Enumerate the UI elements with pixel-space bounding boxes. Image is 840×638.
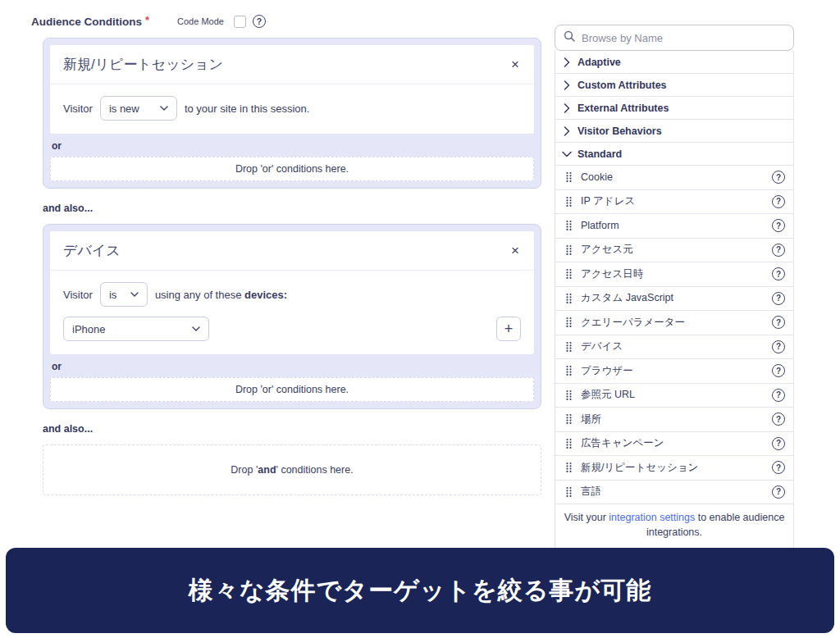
add-device-button[interactable]: + xyxy=(496,317,521,341)
device-select-value: iPhone xyxy=(72,323,105,335)
sidebar-search xyxy=(555,25,794,51)
is-select[interactable]: is xyxy=(100,282,148,307)
sidebar-section[interactable]: Custom Attributes xyxy=(555,74,793,97)
page-header: Audience Conditions * Code Mode ? xyxy=(31,13,541,30)
close-icon[interactable]: × xyxy=(509,244,521,257)
condition-card-content: デバイス × Visitor is using any of these dev… xyxy=(50,231,534,354)
help-icon[interactable]: ? xyxy=(772,340,785,353)
or-dropzone[interactable]: Drop 'or' conditions here. xyxy=(50,157,534,181)
or-dropzone-text: Drop 'or' conditions here. xyxy=(235,384,349,395)
code-mode-help-icon[interactable]: ? xyxy=(253,15,266,28)
sidebar-section[interactable]: Standard xyxy=(555,143,793,166)
help-icon[interactable]: ? xyxy=(772,292,785,305)
condition-sentence-suffix: using any of these devices: xyxy=(155,289,287,301)
condition-card-header: 新規/リピートセッション × xyxy=(50,45,534,84)
sidebar-condition-label: Cookie xyxy=(581,171,613,183)
help-icon[interactable]: ? xyxy=(772,437,785,450)
help-icon[interactable]: ? xyxy=(772,389,785,402)
sidebar-panel: Adaptive Custom Attributes External Attr… xyxy=(555,51,794,550)
chevron-right-icon xyxy=(564,149,570,159)
drag-handle-icon xyxy=(565,220,573,231)
sidebar-footer: Visit your integration settings to enabl… xyxy=(555,504,793,550)
caption-banner: 様々な条件でターゲットを絞る事が可能 xyxy=(6,548,834,633)
drag-handle-icon xyxy=(565,293,573,304)
sidebar-section-label: Visitor Behaviors xyxy=(578,125,662,137)
or-dropzone-text: Drop 'or' conditions here. xyxy=(235,163,349,175)
condition-card-content: 新規/リピートセッション × Visitor is new to your si… xyxy=(50,45,534,134)
sidebar-condition-item[interactable]: IP アドレス ? xyxy=(555,190,793,215)
sidebar-condition-label: アクセス元 xyxy=(581,243,633,257)
required-asterisk: * xyxy=(145,14,149,26)
sidebar-condition-item[interactable]: 参照元 URL ? xyxy=(555,384,793,408)
sidebar-items: Cookie ? IP アドレス ? Platform ? xyxy=(555,166,793,504)
sidebar-condition-label: クエリーパラメーター xyxy=(581,316,685,330)
help-icon[interactable]: ? xyxy=(772,195,785,208)
sidebar-condition-item[interactable]: Cookie ? xyxy=(555,166,793,190)
drag-handle-icon xyxy=(565,171,573,183)
condition-card-body: Visitor is new to your site in this sess… xyxy=(50,84,534,134)
conditions-sidebar: Adaptive Custom Attributes External Attr… xyxy=(555,25,794,550)
page-title: Audience Conditions xyxy=(31,16,142,28)
sidebar-condition-item[interactable]: 言語 ? xyxy=(555,481,793,505)
sidebar-condition-item[interactable]: Platform ? xyxy=(555,214,793,239)
drag-handle-icon xyxy=(565,413,573,425)
and-also-label: and also... xyxy=(43,423,541,435)
help-icon[interactable]: ? xyxy=(772,267,785,280)
or-dropzone[interactable]: Drop 'or' conditions here. xyxy=(50,377,534,402)
sidebar-condition-item[interactable]: ブラウザー ? xyxy=(555,359,793,384)
and-dropzone[interactable]: Drop 'and' conditions here. xyxy=(43,444,541,495)
visitor-label: Visitor xyxy=(63,103,93,115)
drag-handle-icon xyxy=(565,244,573,256)
sidebar-condition-item[interactable]: 新規/リピートセッション ? xyxy=(555,456,793,481)
sidebar-condition-label: Platform xyxy=(581,220,619,231)
footer-text-pre: Visit your xyxy=(564,512,609,523)
help-icon[interactable]: ? xyxy=(772,171,785,184)
condition-card-title: デバイス xyxy=(63,241,121,260)
help-icon[interactable]: ? xyxy=(772,485,785,499)
chevron-down-icon xyxy=(130,292,139,297)
condition-card-header: デバイス × xyxy=(50,231,534,271)
help-icon[interactable]: ? xyxy=(772,412,785,426)
sidebar-condition-item[interactable]: カスタム JavaScript ? xyxy=(555,287,793,312)
chevron-right-icon xyxy=(564,80,570,90)
sidebar-condition-item[interactable]: アクセス日時 ? xyxy=(555,262,793,287)
help-icon[interactable]: ? xyxy=(772,364,785,377)
drag-handle-icon xyxy=(565,341,573,353)
help-icon[interactable]: ? xyxy=(772,219,785,232)
drag-handle-icon xyxy=(565,438,573,449)
caption-banner-text: 様々な条件でターゲットを絞る事が可能 xyxy=(189,574,651,608)
condition-card-device: デバイス × Visitor is using any of these dev… xyxy=(43,224,541,409)
sidebar-condition-item[interactable]: クエリーパラメーター ? xyxy=(555,311,793,335)
sidebar-condition-label: ブラウザー xyxy=(581,364,633,378)
sidebar-condition-item[interactable]: アクセス元 ? xyxy=(555,239,793,263)
sidebar-sections: Adaptive Custom Attributes External Attr… xyxy=(555,51,793,166)
sidebar-condition-item[interactable]: 広告キャンペーン ? xyxy=(555,432,793,457)
code-mode-checkbox[interactable] xyxy=(234,16,246,28)
close-icon[interactable]: × xyxy=(509,57,521,71)
condition-card-body: Visitor is using any of these devices: i… xyxy=(50,271,534,354)
is-new-select[interactable]: is new xyxy=(100,96,177,121)
device-select[interactable]: iPhone xyxy=(63,317,209,341)
sidebar-section[interactable]: Adaptive xyxy=(555,51,793,74)
drag-handle-icon xyxy=(565,317,573,328)
drag-handle-icon xyxy=(565,268,573,280)
help-icon[interactable]: ? xyxy=(772,316,785,329)
sidebar-condition-label: デバイス xyxy=(581,340,623,353)
drag-handle-icon xyxy=(565,486,573,498)
help-icon[interactable]: ? xyxy=(772,244,785,257)
sidebar-condition-label: 参照元 URL xyxy=(581,388,635,402)
integration-settings-link[interactable]: integration settings xyxy=(609,512,695,523)
help-icon[interactable]: ? xyxy=(772,461,785,474)
sidebar-section[interactable]: External Attributes xyxy=(555,97,793,120)
condition-sentence: Visitor is new to your site in this sess… xyxy=(63,96,521,121)
sidebar-condition-item[interactable]: 場所 ? xyxy=(555,408,793,432)
condition-sentence: Visitor is using any of these devices: xyxy=(63,282,521,307)
search-input[interactable] xyxy=(582,32,785,44)
sidebar-condition-item[interactable]: デバイス ? xyxy=(555,335,793,360)
chevron-right-icon xyxy=(564,103,570,113)
sidebar-section[interactable]: Visitor Behaviors xyxy=(555,120,793,143)
sidebar-section-label: External Attributes xyxy=(578,103,669,114)
audience-builder: Audience Conditions * Code Mode ? 新規/リピー… xyxy=(31,13,541,495)
chevron-down-icon xyxy=(160,106,168,111)
sidebar-condition-label: 言語 xyxy=(581,485,601,499)
